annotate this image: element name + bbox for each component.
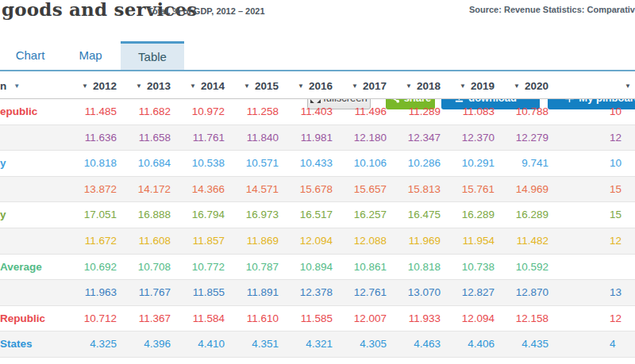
table-cell: 14.366 (171, 177, 225, 203)
table-cell: 10.738 (441, 255, 495, 281)
year-label: 2018 (417, 80, 441, 92)
table-cell-2021-partial: 12 (548, 228, 635, 255)
year-label: 2013 (147, 80, 171, 92)
table-cell: 4.321 (279, 331, 333, 358)
table-cell: 11.289 (387, 99, 441, 125)
filter-caret-icon[interactable]: ▼ (136, 82, 142, 90)
table-cell: 12.761 (333, 280, 387, 306)
location-header-label: n (0, 80, 6, 92)
table-cell: 11.855 (171, 280, 225, 306)
year-column-header-2014[interactable]: ▼2014 (171, 73, 225, 99)
row-label[interactable]: Average (0, 255, 63, 281)
year-column-header-2016[interactable]: ▼2016 (279, 73, 333, 99)
filter-caret-icon[interactable]: ▼ (352, 82, 358, 90)
table-cell: 11.608 (117, 228, 171, 255)
row-label[interactable]: epublic (0, 99, 63, 125)
table-cell: 11.496 (333, 99, 387, 125)
table-cell: 10.433 (279, 151, 333, 177)
year-label: 2017 (363, 80, 387, 92)
table-cell: 14.571 (225, 177, 279, 203)
table-cell-2021-partial (548, 255, 635, 281)
table-cell: 4.396 (117, 331, 171, 358)
table-cell-2021-partial: 12 (548, 125, 635, 151)
table-cell: 10.818 (63, 151, 117, 177)
filter-caret-icon[interactable]: ▼ (298, 82, 304, 90)
table-cell: 11.969 (387, 228, 441, 255)
table-cell: 4.351 (225, 331, 279, 358)
table-cell-2021-partial: 15 (548, 202, 635, 228)
table-cell: 10.788 (495, 99, 548, 125)
row-label[interactable]: y (0, 202, 63, 228)
table-cell: 12.347 (387, 125, 441, 151)
table-cell: 11.891 (225, 280, 279, 306)
row-label[interactable]: States (0, 331, 63, 358)
row-label[interactable] (0, 177, 63, 203)
filter-caret-icon[interactable]: ▼ (514, 82, 520, 90)
data-table: n▼▼2012▼2013▼2014▼2015▼2016▼2017▼2018▼20… (0, 73, 635, 358)
table-cell: 4.406 (441, 331, 495, 358)
table-cell: 12.007 (333, 306, 387, 332)
table-cell: 12.158 (495, 306, 548, 332)
row-label[interactable] (0, 228, 63, 255)
tab-chart[interactable]: Chart (0, 41, 60, 70)
row-label[interactable] (0, 280, 63, 306)
table-cell: 11.767 (117, 280, 171, 306)
year-column-header-2013[interactable]: ▼2013 (117, 73, 171, 99)
table-cell: 13.872 (63, 177, 117, 203)
filter-caret-icon[interactable]: ▼ (625, 82, 631, 90)
tabbar-divider (0, 70, 635, 71)
table-cell: 12.094 (441, 306, 495, 332)
table-row: epublic11.48511.68210.97211.25811.40311.… (0, 99, 635, 125)
table-cell: 10.692 (63, 255, 117, 281)
tab-map[interactable]: Map (60, 41, 121, 70)
table-cell: 11.403 (279, 99, 333, 125)
table-cell: 11.636 (63, 125, 117, 151)
year-column-header-2017[interactable]: ▼2017 (333, 73, 387, 99)
table-cell: 10.712 (63, 306, 117, 332)
table-cell: 12.370 (441, 125, 495, 151)
table-cell: 4.305 (333, 331, 387, 358)
year-label: 2019 (471, 80, 495, 92)
table-cell: 11.258 (225, 99, 279, 125)
table-row: 11.63611.65811.76111.84011.98112.18012.3… (0, 125, 635, 151)
filter-caret-icon[interactable]: ▼ (190, 82, 196, 90)
table-cell: 16.289 (495, 202, 548, 228)
row-label[interactable]: y (0, 151, 63, 177)
table-cell: 10.291 (441, 151, 495, 177)
filter-caret-icon[interactable]: ▼ (244, 82, 250, 90)
location-column-header[interactable]: n▼ (0, 73, 63, 99)
table-cell: 17.051 (63, 202, 117, 228)
filter-caret-icon[interactable]: ▼ (406, 82, 412, 90)
table-cell: 15.813 (387, 177, 441, 203)
table-cell: 4.435 (495, 331, 548, 358)
year-column-header-2021[interactable]: ▼2021 (548, 73, 635, 99)
year-column-header-2020[interactable]: ▼2020 (495, 73, 548, 99)
filter-caret-icon[interactable]: ▼ (82, 82, 88, 90)
year-column-header-2019[interactable]: ▼2019 (441, 73, 495, 99)
year-column-header-2015[interactable]: ▼2015 (225, 73, 279, 99)
table-cell: 12.870 (495, 280, 548, 306)
row-label[interactable] (0, 125, 63, 151)
year-column-header-2012[interactable]: ▼2012 (63, 73, 117, 99)
table-cell: 12.378 (279, 280, 333, 306)
table-cell: 11.857 (171, 228, 225, 255)
table-cell: 11.682 (117, 99, 171, 125)
table-cell: 12.094 (279, 228, 333, 255)
tab-table[interactable]: Table (121, 41, 184, 70)
table-cell: 11.954 (441, 228, 495, 255)
table-cell: 15.761 (441, 177, 495, 203)
row-label[interactable]: Republic (0, 306, 63, 332)
table-cell: 12.180 (333, 125, 387, 151)
table-cell: 14.172 (117, 177, 171, 203)
table-cell: 4.410 (171, 331, 225, 358)
year-column-header-2018[interactable]: ▼2018 (387, 73, 441, 99)
table-cell: 11.658 (117, 125, 171, 151)
table-cell: 4.325 (63, 331, 117, 358)
table-cell-2021-partial: 4 (548, 331, 635, 358)
tab-bar: Chart Map Table fullscreen share (0, 41, 635, 70)
table-cell-2021-partial: 13 (548, 280, 635, 306)
filter-caret-icon[interactable]: ▼ (460, 82, 466, 90)
table-cell: 16.289 (441, 202, 495, 228)
sort-icon[interactable]: ▼ (13, 82, 20, 90)
table-cell-2021-partial: 10 (548, 151, 635, 177)
